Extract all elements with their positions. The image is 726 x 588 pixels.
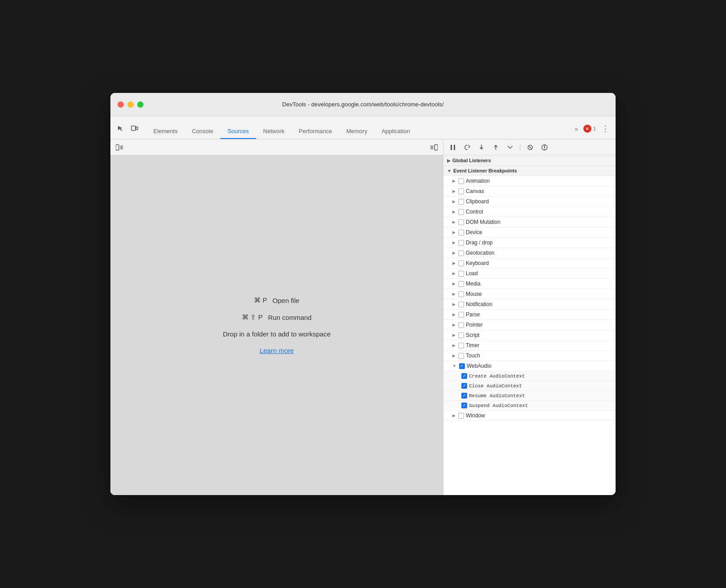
bp-webaudio[interactable]: ▼ WebAudio — [443, 361, 616, 371]
tab-performance[interactable]: Performance — [291, 124, 339, 139]
bp-device-checkbox[interactable] — [458, 230, 464, 235]
pause-button[interactable] — [447, 142, 459, 153]
bp-dom-mutation-checkbox[interactable] — [458, 219, 464, 225]
bp-geolocation-checkbox[interactable] — [458, 250, 464, 256]
bp-mouse[interactable]: ▶ Mouse — [443, 289, 616, 299]
bp-dom-mutation[interactable]: ▶ DOM Mutation — [443, 217, 616, 227]
more-tabs-button[interactable]: » — [572, 125, 581, 133]
global-listeners-header[interactable]: ▶ Global Listeners — [443, 155, 616, 166]
open-file-label: Open file — [273, 297, 300, 304]
bp-device-label: Device — [466, 229, 482, 235]
bp-window-label: Window — [466, 412, 485, 419]
bp-pointer[interactable]: ▶ Pointer — [443, 320, 616, 330]
tab-memory[interactable]: Memory — [339, 124, 375, 139]
bp-window[interactable]: ▶ Window — [443, 411, 616, 421]
bp-load[interactable]: ▶ Load — [443, 269, 616, 279]
bp-touch-checkbox[interactable] — [458, 353, 464, 359]
bp-suspend-audio-context-checkbox[interactable] — [461, 403, 467, 408]
step-out-button[interactable] — [490, 142, 502, 153]
bp-notification-checkbox[interactable] — [458, 302, 464, 307]
right-panel: ▶ Global Listeners ▼ Event Listener Brea… — [443, 139, 616, 495]
bp-webaudio-checkbox[interactable] — [459, 363, 465, 369]
bp-parse-label: Parse — [466, 311, 480, 318]
tab-application[interactable]: Application — [375, 124, 418, 139]
tab-elements[interactable]: Elements — [146, 124, 185, 139]
bp-create-audio-context[interactable]: Create AudioContext — [443, 371, 616, 381]
close-button[interactable] — [118, 101, 124, 108]
tab-network[interactable]: Network — [256, 124, 292, 139]
bp-close-audio-context-checkbox[interactable] — [461, 383, 467, 389]
bp-window-checkbox[interactable] — [458, 413, 464, 419]
bp-canvas-label: Canvas — [466, 188, 484, 194]
bp-drag-drop[interactable]: ▶ Drag / drop — [443, 238, 616, 248]
bp-pointer-checkbox[interactable] — [458, 322, 464, 328]
bp-keyboard-label: Keyboard — [466, 260, 489, 266]
deactivate-breakpoints-button[interactable] — [524, 142, 536, 153]
show-navigator-button[interactable] — [114, 142, 125, 153]
bp-clipboard[interactable]: ▶ Clipboard — [443, 197, 616, 207]
bp-script[interactable]: ▶ Script — [443, 330, 616, 340]
event-listener-arrow: ▼ — [447, 168, 452, 173]
tab-sources[interactable]: Sources — [220, 124, 256, 139]
bp-clipboard-label: Clipboard — [466, 198, 489, 205]
bp-control-checkbox[interactable] — [458, 209, 464, 215]
bp-notification[interactable]: ▶ Notification — [443, 299, 616, 310]
bp-timer[interactable]: ▶ Timer — [443, 340, 616, 351]
bp-mouse-checkbox[interactable] — [458, 291, 464, 297]
bp-device[interactable]: ▶ Device — [443, 227, 616, 238]
maximize-button[interactable] — [137, 101, 144, 108]
more-options-button[interactable]: ⋮ — [599, 123, 612, 134]
breakpoints-area[interactable]: ▶ Global Listeners ▼ Event Listener Brea… — [443, 155, 616, 495]
step-into-button[interactable] — [476, 142, 487, 153]
bp-suspend-audio-context[interactable]: Suspend AudioContext — [443, 401, 616, 411]
bp-control[interactable]: ▶ Control — [443, 207, 616, 217]
tabbar-icons — [114, 122, 141, 139]
event-listener-breakpoints-header[interactable]: ▼ Event Listener Breakpoints — [443, 166, 616, 176]
open-file-keys: ⌘ P — [254, 296, 267, 304]
learn-more-link[interactable]: Learn more — [260, 347, 294, 354]
bp-touch[interactable]: ▶ Touch — [443, 351, 616, 361]
device-mode-icon[interactable] — [128, 122, 141, 134]
bp-create-audio-context-checkbox[interactable] — [461, 373, 467, 379]
bp-notification-label: Notification — [466, 301, 492, 307]
bp-keyboard-checkbox[interactable] — [458, 260, 464, 266]
sources-content: ⌘ P Open file ⌘ ⇧ P Run command Drop in … — [110, 155, 443, 495]
bp-create-audio-context-label: Create AudioContext — [469, 374, 525, 379]
svg-rect-2 — [116, 145, 119, 150]
bp-suspend-audio-context-label: Suspend AudioContext — [469, 403, 528, 408]
bp-animation-checkbox[interactable] — [458, 178, 464, 184]
bp-clipboard-checkbox[interactable] — [458, 199, 464, 205]
bp-timer-checkbox[interactable] — [458, 343, 464, 349]
dont-pause-on-exceptions-button[interactable] — [539, 142, 550, 153]
bp-script-label: Script — [466, 332, 480, 338]
step-over-button[interactable] — [461, 142, 473, 153]
bp-media[interactable]: ▶ Media — [443, 279, 616, 289]
bp-script-checkbox[interactable] — [458, 332, 464, 338]
bp-animation[interactable]: ▶ Animation — [443, 176, 616, 186]
minimize-button[interactable] — [127, 101, 134, 108]
step-button[interactable] — [504, 142, 516, 153]
bp-drag-drop-checkbox[interactable] — [458, 240, 464, 246]
bp-load-checkbox[interactable] — [458, 271, 464, 277]
bp-canvas[interactable]: ▶ Canvas — [443, 186, 616, 197]
sources-toolbar — [110, 139, 443, 155]
tabs: Elements Console Sources Network Perform… — [146, 124, 572, 139]
bp-parse[interactable]: ▶ Parse — [443, 310, 616, 320]
bp-close-audio-context[interactable]: Close AudioContext — [443, 381, 616, 391]
bp-parse-checkbox[interactable] — [458, 312, 464, 318]
show-debugger-button[interactable] — [429, 142, 439, 153]
drop-folder-text: Drop in a folder to add to workspace — [223, 330, 331, 338]
bp-canvas-checkbox[interactable] — [458, 189, 464, 194]
select-element-icon[interactable] — [114, 122, 127, 134]
bp-geolocation-label: Geolocation — [466, 250, 494, 256]
bp-dom-mutation-label: DOM Mutation — [466, 219, 500, 225]
tabbar-right: » ✕ 1 ⋮ — [572, 123, 612, 139]
tab-console[interactable]: Console — [185, 124, 220, 139]
bp-resume-audio-context-checkbox[interactable] — [461, 393, 467, 399]
bp-geolocation[interactable]: ▶ Geolocation — [443, 248, 616, 258]
bp-resume-audio-context[interactable]: Resume AudioContext — [443, 391, 616, 401]
bp-media-checkbox[interactable] — [458, 281, 464, 287]
run-command-keys: ⌘ ⇧ P — [242, 313, 262, 321]
bp-keyboard[interactable]: ▶ Keyboard — [443, 258, 616, 269]
bp-load-label: Load — [466, 270, 478, 277]
